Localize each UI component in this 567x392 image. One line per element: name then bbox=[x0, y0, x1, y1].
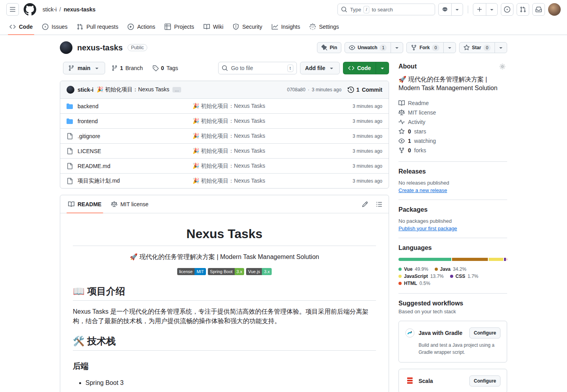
file-name-link[interactable]: 项目实施计划.md bbox=[78, 178, 120, 185]
pin-button[interactable]: Pin bbox=[317, 42, 342, 53]
file-name-link[interactable]: README.md bbox=[78, 163, 110, 169]
unwatch-button[interactable]: Unwatch 1 bbox=[345, 43, 391, 53]
file-commit-message-link[interactable]: 🎉 初始化项目：Nexus Tasks bbox=[193, 103, 323, 110]
file-name-link[interactable]: frontend bbox=[78, 118, 98, 124]
file-commit-message-link[interactable]: 🎉 初始化项目：Nexus Tasks bbox=[193, 133, 323, 140]
file-row-readme: README.md 🎉 初始化项目：Nexus Tasks 3 minutes … bbox=[60, 158, 389, 173]
breadcrumb-owner[interactable]: stick-i bbox=[43, 6, 57, 13]
commit-sha-link[interactable]: 0708a80 bbox=[287, 87, 306, 92]
spring-boot-badge[interactable]: Spring Boot 3.x bbox=[208, 268, 244, 275]
language-name: JavaScript bbox=[404, 274, 428, 279]
about-stat-watching[interactable]: 1 watching bbox=[398, 136, 507, 146]
breadcrumb-repo[interactable]: nexus-tasks bbox=[64, 6, 96, 13]
chevron-down-icon bbox=[94, 65, 100, 71]
language-name: Java bbox=[440, 266, 451, 272]
git-pull-request-icon bbox=[77, 24, 83, 30]
commit-author-link[interactable]: stick-i bbox=[78, 87, 93, 93]
badge-label: license bbox=[177, 268, 195, 275]
about-link-license[interactable]: MIT license bbox=[398, 108, 507, 117]
readme-badges: license MIT Spring Boot 3.x Vue.js 3.x bbox=[73, 268, 376, 275]
add-file-button[interactable]: Add file bbox=[300, 62, 340, 74]
star-button[interactable]: Star 0 bbox=[460, 43, 495, 53]
vuejs-badge[interactable]: Vue.js 3.x bbox=[246, 268, 272, 275]
badge-label: Spring Boot bbox=[208, 268, 234, 275]
publish-package-link[interactable]: Publish your first package bbox=[398, 226, 457, 231]
file-name-link[interactable]: LICENSE bbox=[78, 148, 101, 154]
language-dot bbox=[450, 275, 453, 278]
language-name: Vue bbox=[404, 266, 413, 272]
commit-description-toggle[interactable]: … bbox=[172, 87, 181, 92]
file-name-link[interactable]: .gitignore bbox=[78, 133, 100, 139]
tags-link[interactable]: 0 Tags bbox=[149, 65, 181, 71]
about-link-readme[interactable]: Readme bbox=[398, 98, 507, 108]
edit-about-button[interactable] bbox=[498, 62, 507, 71]
configure-workflow-button[interactable]: Configure bbox=[469, 327, 500, 338]
fork-dropdown-button[interactable] bbox=[443, 43, 456, 53]
tab-security[interactable]: Security bbox=[230, 19, 265, 35]
tab-insights[interactable]: Insights bbox=[269, 19, 303, 35]
branch-selector[interactable]: main bbox=[63, 62, 105, 74]
language-legend-javascript[interactable]: JavaScript 13.7% bbox=[398, 274, 444, 279]
repo-owner-avatar[interactable] bbox=[60, 41, 72, 54]
commit-history-link[interactable]: 1 Commit bbox=[348, 87, 382, 93]
file-commit-message-link[interactable]: 🎉 初始化项目：Nexus Tasks bbox=[193, 163, 323, 170]
license-badge[interactable]: license MIT bbox=[177, 268, 206, 275]
language-legend-java[interactable]: Java 34.2% bbox=[435, 266, 467, 272]
tab-pull-requests[interactable]: Pull requests bbox=[74, 19, 121, 35]
global-search-input[interactable]: Type / to search bbox=[337, 4, 435, 15]
pull-requests-header-button[interactable] bbox=[517, 3, 529, 16]
hamburger-button[interactable] bbox=[6, 3, 19, 16]
create-new-button[interactable] bbox=[473, 4, 486, 15]
file-commit-message-link[interactable]: 🎉 初始化项目：Nexus Tasks bbox=[193, 178, 323, 185]
fork-button[interactable]: Fork 0 bbox=[407, 43, 443, 53]
file-icon bbox=[67, 148, 73, 154]
configure-workflow-button[interactable]: Configure bbox=[469, 375, 500, 386]
file-name-link[interactable]: backend bbox=[78, 103, 98, 109]
github-logo[interactable] bbox=[24, 3, 36, 16]
language-legend-html[interactable]: HTML 0.5% bbox=[398, 281, 430, 286]
tab-readme[interactable]: README bbox=[63, 195, 106, 213]
tab-issues[interactable]: Issues bbox=[39, 19, 70, 35]
tab-actions[interactable]: Actions bbox=[124, 19, 158, 35]
language-legend-css[interactable]: CSS 1.7% bbox=[450, 274, 478, 279]
create-new-dropdown-button[interactable] bbox=[486, 4, 497, 15]
edit-readme-button[interactable] bbox=[359, 198, 371, 211]
packages-empty-text: No packages published bbox=[398, 218, 507, 224]
file-commit-message-link[interactable]: 🎉 初始化项目：Nexus Tasks bbox=[193, 148, 323, 155]
tab-settings[interactable]: Settings bbox=[306, 19, 342, 35]
copilot-dropdown-button[interactable] bbox=[451, 4, 463, 15]
copilot-button[interactable] bbox=[439, 4, 451, 15]
watch-dropdown-button[interactable] bbox=[391, 43, 403, 53]
code-dropdown-button[interactable] bbox=[376, 62, 389, 74]
tab-code[interactable]: Code bbox=[6, 19, 36, 35]
commit-author-avatar[interactable] bbox=[67, 86, 74, 94]
go-to-file-input[interactable]: Go to file t bbox=[218, 62, 297, 74]
tab-wiki[interactable]: Wiki bbox=[200, 19, 226, 35]
file-row-license: LICENSE 🎉 初始化项目：Nexus Tasks 3 minutes ag… bbox=[60, 143, 389, 158]
tab-label: Issues bbox=[52, 24, 67, 30]
tab-projects[interactable]: Projects bbox=[161, 19, 197, 35]
file-commit-message-link[interactable]: 🎉 初始化项目：Nexus Tasks bbox=[193, 118, 323, 125]
star-counter: 0 bbox=[484, 44, 491, 51]
about-stat-stars[interactable]: 0 stars bbox=[398, 127, 507, 136]
chevron-down-icon bbox=[489, 6, 495, 13]
user-avatar[interactable] bbox=[548, 3, 561, 16]
about-stat-forks[interactable]: 0 forks bbox=[398, 146, 507, 155]
graph-icon bbox=[272, 24, 278, 30]
tab-mit-license[interactable]: MIT license bbox=[106, 195, 153, 213]
outline-button[interactable] bbox=[373, 198, 385, 211]
language-segment-java bbox=[452, 258, 488, 261]
branches-link[interactable]: 1 Branch bbox=[108, 65, 146, 71]
star-dropdown-button[interactable] bbox=[495, 43, 507, 53]
language-legend-vue[interactable]: Vue 49.9% bbox=[398, 266, 428, 272]
create-release-link[interactable]: Create a new release bbox=[398, 187, 447, 193]
pin-label: Pin bbox=[330, 45, 337, 50]
law-icon bbox=[111, 201, 117, 207]
issues-header-button[interactable] bbox=[501, 3, 513, 16]
code-button[interactable]: Code bbox=[343, 62, 376, 74]
stat-label: watching bbox=[414, 138, 436, 144]
about-link-activity[interactable]: Activity bbox=[398, 117, 507, 127]
shield-icon bbox=[233, 24, 239, 30]
inbox-button[interactable] bbox=[532, 3, 545, 16]
commit-message-link[interactable]: 🎉 初始化项目：Nexus Tasks bbox=[96, 86, 169, 93]
